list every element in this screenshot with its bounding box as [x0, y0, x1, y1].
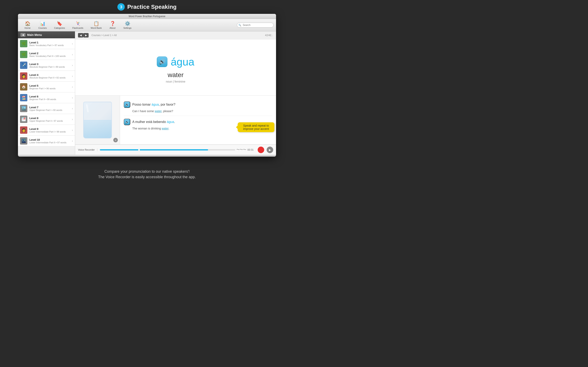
search-input[interactable]: [237, 23, 274, 27]
playback-fill: [100, 149, 208, 150]
recorder-bar: Voice Recorder 〜〜〜 00:31 ▶: [75, 145, 276, 155]
prev-arrow-button[interactable]: ◀: [78, 33, 83, 38]
chevron-right-icon: ›: [72, 42, 73, 45]
water-glass-image: [83, 102, 112, 138]
sidebar-item-level9[interactable]: 👩 Level 9 Lower Intermediate Part I • 98…: [18, 125, 75, 136]
toolbar-home[interactable]: 🏠 Home: [20, 20, 35, 30]
toolbar-courses-label: Courses: [38, 27, 47, 29]
toolbar-categories-label: Categories: [54, 27, 65, 29]
sentence2-english: The woman is drinking water. Speak and r…: [132, 127, 272, 130]
sentence2-highlight: água: [167, 120, 174, 124]
home-icon: 🏠: [25, 21, 30, 26]
level3-name: Level 3: [29, 63, 72, 66]
image-area: +: [75, 96, 120, 144]
sidebar-list: 🌿 Level 1 Basic Vocabulary Part I • 87 w…: [18, 38, 75, 146]
back-button[interactable]: ◀: [20, 33, 26, 37]
sentence1-speaker-button[interactable]: 🔊: [124, 101, 130, 108]
sidebar-item-level7[interactable]: 🏙️ Level 7 Upper Beginner Part I • 90 wo…: [18, 103, 75, 114]
level7-name: Level 7: [29, 106, 72, 109]
chevron-right-icon: ›: [72, 64, 73, 67]
level4-thumb: 👩: [20, 72, 27, 80]
level1-name: Level 1: [29, 41, 72, 44]
sentence1-en-highlight: water: [155, 109, 162, 113]
chevron-right-icon: ›: [72, 139, 73, 142]
sentence2-en-highlight: water: [162, 127, 168, 130]
chevron-right-icon: ›: [72, 107, 73, 110]
level8-sub: Upper Beginner Part II • 97 words: [29, 120, 72, 122]
sidebar-item-level10[interactable]: 🌃 Level 10 Lower Intermediate Part II • …: [18, 136, 75, 146]
breadcrumb: Courses > Level 1 > All: [91, 34, 117, 37]
level9-name: Level 9: [29, 127, 72, 131]
sidebar-item-level8[interactable]: 🌁 Level 8 Upper Beginner Part II • 97 wo…: [18, 114, 75, 125]
playback-track[interactable]: [100, 149, 235, 150]
sidebar-item-level5[interactable]: 🏠 Level 5 Beginner Part I • 96 words ›: [18, 82, 75, 92]
level5-thumb: 🏠: [20, 83, 27, 91]
level7-thumb: 🏙️: [20, 105, 27, 112]
playback-thumb[interactable]: [138, 149, 140, 150]
level10-name: Level 10: [29, 138, 72, 141]
zoom-button[interactable]: +: [113, 138, 118, 142]
level2-name: Level 2: [29, 52, 72, 55]
sidebar-item-level1[interactable]: 🌿 Level 1 Basic Vocabulary Part I • 87 w…: [18, 38, 75, 49]
favorite-button[interactable]: ☆: [269, 33, 273, 38]
chevron-right-icon: ›: [72, 85, 73, 89]
level5-name: Level 5: [29, 84, 72, 87]
settings-icon: ⚙️: [125, 21, 130, 26]
recorder-label: Voice Recorder: [78, 149, 97, 151]
sidebar-item-level3[interactable]: ✈️ Level 3 Absolute Beginner Part I • 89…: [18, 60, 75, 71]
toolbar-categories[interactable]: 🔖 Categories: [51, 20, 69, 30]
level9-sub: Lower Intermediate Part I • 98 words: [29, 131, 72, 133]
sentence1-portuguese: Posso tomar água, por favor?: [132, 103, 175, 106]
step-badge: 3: [117, 3, 125, 11]
wordbank-icon: 📋: [94, 21, 99, 26]
sentence1-english: Can I have some water, please?: [132, 109, 272, 113]
window-title: Word Power Brazilian Portuguese: [129, 15, 165, 18]
sidebar-item-level4[interactable]: 👩 Level 4 Absolute Beginner Part II • 82…: [18, 71, 75, 82]
level9-thumb: 👩: [20, 126, 27, 134]
level1-sub: Basic Vocabulary Part I • 87 words: [29, 44, 72, 47]
bottom-caption: Compare your pronunciation to our native…: [0, 169, 294, 180]
about-icon: ❓: [110, 21, 115, 26]
word-speaker-button[interactable]: 🔊: [157, 57, 167, 67]
level8-name: Level 8: [29, 117, 72, 120]
time-label: 00:31: [247, 149, 255, 151]
level6-sub: Beginner Part II • 99 words: [29, 98, 72, 100]
categories-icon: 🔖: [57, 21, 62, 26]
waveform-area: 〜〜〜 00:31: [100, 148, 255, 152]
chevron-right-icon: ›: [72, 75, 73, 78]
word-header: 🔊 água: [157, 56, 194, 68]
toolbar-settings-label: Settings: [123, 27, 131, 29]
sidebar-item-level6[interactable]: 🏖️ Level 6 Beginner Part II • 99 words ›: [18, 92, 75, 103]
level2-sub: Basic Vocabulary Part II • 100 words: [29, 55, 72, 57]
caption-line2: The Voice Recorder is easily accessible …: [0, 174, 294, 180]
top-nav-row: ◀ ▶ Courses > Level 1 > All 42/46 ☆: [75, 31, 276, 39]
top-bar: 3 Practice Speaking: [0, 0, 294, 13]
toolbar-settings[interactable]: ⚙️ Settings: [120, 20, 135, 30]
chevron-right-icon: ›: [72, 128, 73, 132]
record-button[interactable]: [258, 147, 264, 153]
sentence2-speaker-button[interactable]: 🔊: [124, 119, 130, 125]
next-arrow-button[interactable]: ▶: [83, 33, 89, 38]
word-english: water: [168, 71, 183, 79]
toolbar: 🏠 Home 📊 Courses 🔖 Categories 🃏 Flashcar…: [18, 19, 276, 31]
sentence-row-2: 🔊 A mulher está bebendo água. The woman …: [124, 116, 272, 133]
toolbar-home-label: Home: [25, 27, 30, 29]
level10-sub: Lower Intermediate Part II • 97 words: [29, 141, 72, 144]
toolbar-flashcards[interactable]: 🃏 Flashcards: [69, 20, 87, 30]
level1-thumb: 🌿: [20, 40, 27, 47]
level6-name: Level 6: [29, 95, 72, 98]
level5-sub: Beginner Part I • 96 words: [29, 87, 72, 90]
toolbar-courses[interactable]: 📊 Courses: [35, 20, 51, 30]
toolbar-wordbank-label: Word Bank: [91, 27, 102, 29]
level10-thumb: 🌃: [20, 137, 27, 145]
chevron-right-icon: ›: [72, 118, 73, 121]
caption-line1: Compare your pronunciation to our native…: [0, 169, 294, 174]
sentences-area: 🔊 Posso tomar água, por favor? Can I hav…: [120, 96, 276, 144]
toolbar-wordbank[interactable]: 📋 Word Bank: [87, 20, 105, 30]
play-button[interactable]: ▶: [267, 147, 273, 153]
sidebar-item-level2[interactable]: 🌿 Level 2 Basic Vocabulary Part II • 100…: [18, 49, 75, 60]
content-area: ◀ Main Menu 🌿 Level 1 Basic Vocabulary P…: [18, 31, 276, 155]
level2-thumb: 🌿: [20, 51, 27, 58]
level3-sub: Absolute Beginner Part I • 89 words: [29, 66, 72, 68]
toolbar-about[interactable]: ❓ About: [105, 20, 120, 30]
